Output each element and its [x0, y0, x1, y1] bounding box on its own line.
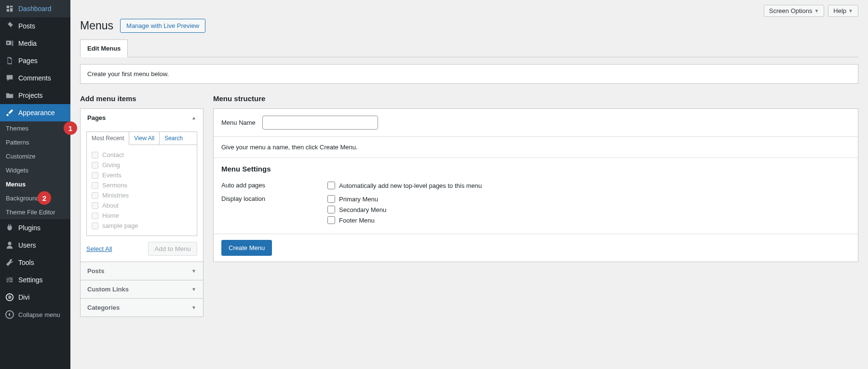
plugin-icon	[5, 223, 14, 233]
main-content: Screen Options▼ Help▼ Menus Manage with …	[70, 0, 868, 369]
checkbox[interactable]	[92, 212, 98, 219]
submenu-customize[interactable]: Customize	[0, 149, 70, 163]
subtab-view-all[interactable]: View All	[129, 132, 160, 145]
list-item[interactable]: Giving	[92, 160, 192, 170]
label: Dashboard	[18, 5, 52, 13]
label: Appearance	[18, 109, 55, 117]
checkbox[interactable]	[92, 172, 98, 179]
location-footer[interactable]: Footer Menu	[327, 216, 386, 224]
label: Pages	[18, 57, 38, 65]
submenu-widgets[interactable]: Widgets	[0, 163, 70, 177]
submenu-theme-editor[interactable]: Theme File Editor	[0, 205, 70, 219]
subtab-search[interactable]: Search	[160, 132, 197, 145]
menu-panel: Menu Name Give your menu a name, then cl…	[213, 108, 858, 262]
list-item[interactable]: sample page	[92, 221, 192, 231]
caret-down-icon: ▼	[848, 8, 853, 13]
settings-title: Menu Settings	[221, 165, 850, 173]
checkbox[interactable]	[92, 202, 98, 209]
submenu-background[interactable]: Background	[0, 191, 70, 205]
screen-options-button[interactable]: Screen Options▼	[764, 5, 825, 17]
list-item[interactable]: Home	[92, 211, 192, 221]
sidebar-item-users[interactable]: Users	[0, 237, 70, 254]
caret-down-icon: ▼	[191, 287, 196, 292]
accordion-custom-links[interactable]: Custom Links▼	[81, 280, 203, 298]
select-all-link[interactable]: Select All	[86, 245, 112, 252]
sidebar-item-projects[interactable]: Projects	[0, 87, 70, 104]
sidebar-item-dashboard[interactable]: Dashboard	[0, 0, 70, 17]
checkbox[interactable]	[92, 223, 98, 229]
checkbox[interactable]	[92, 182, 98, 189]
tab-edit-menus[interactable]: Edit Menus	[80, 40, 128, 57]
caret-down-icon: ▼	[814, 8, 819, 13]
appearance-submenu: Themes Patterns Customize Widgets Menus …	[0, 121, 70, 219]
list-item[interactable]: Contact	[92, 150, 192, 160]
media-icon	[5, 39, 14, 48]
sidebar-item-tools[interactable]: Tools	[0, 254, 70, 271]
label: Divi	[18, 293, 29, 301]
list-item[interactable]: Sermons	[92, 180, 192, 190]
subtab-recent[interactable]: Most Recent	[87, 132, 129, 145]
checkbox[interactable]	[327, 206, 335, 213]
hint-text: Give your menu a name, then click Create…	[214, 137, 858, 158]
label: Settings	[18, 276, 43, 284]
pin-icon	[5, 21, 14, 31]
collapse-icon	[5, 310, 14, 319]
sidebar-item-divi[interactable]: Divi	[0, 289, 70, 306]
caret-up-icon: ▲	[191, 115, 196, 120]
accordion-pages[interactable]: Pages▲	[81, 109, 203, 127]
structure-heading: Menu structure	[213, 94, 858, 103]
page-title: Menus	[80, 19, 113, 32]
label: Plugins	[18, 224, 41, 232]
menu-name-input[interactable]	[262, 116, 378, 130]
admin-sidebar: Dashboard Posts Media Pages Comments Pro…	[0, 0, 70, 369]
badge-menus: 2	[38, 191, 51, 205]
sidebar-item-comments[interactable]: Comments	[0, 69, 70, 87]
list-item[interactable]: Events	[92, 170, 192, 180]
checkbox[interactable]	[327, 216, 335, 224]
auto-add-option[interactable]: Automatically add new top-level pages to…	[327, 182, 482, 189]
comments-icon	[5, 73, 14, 83]
sidebar-item-appearance[interactable]: Appearance	[0, 104, 70, 121]
create-menu-button[interactable]: Create Menu	[221, 240, 272, 256]
caret-down-icon: ▼	[191, 268, 196, 274]
list-item[interactable]: About	[92, 200, 192, 211]
brush-icon	[5, 108, 14, 118]
settings-icon	[5, 275, 14, 285]
auto-add-label: Auto add pages	[221, 182, 327, 189]
label: Collapse menu	[18, 311, 60, 318]
label: Media	[18, 40, 37, 47]
checkbox[interactable]	[92, 192, 98, 199]
display-location-label: Display location	[221, 195, 327, 224]
accordion-categories[interactable]: Categories▼	[81, 299, 203, 316]
sidebar-item-media[interactable]: Media	[0, 35, 70, 52]
badge-appearance: 1	[64, 121, 77, 135]
live-preview-button[interactable]: Manage with Live Preview	[120, 19, 205, 33]
help-button[interactable]: Help▼	[828, 5, 858, 17]
checkbox[interactable]	[327, 195, 335, 203]
location-primary[interactable]: Primary Menu	[327, 195, 386, 203]
add-to-menu-button[interactable]: Add to Menu	[148, 242, 197, 256]
submenu-patterns[interactable]: Patterns	[0, 135, 70, 149]
accordion: Pages▲ Most Recent View All Search Conta…	[80, 108, 203, 317]
sidebar-item-plugins[interactable]: Plugins	[0, 219, 70, 237]
notice: Create your first menu below.	[80, 64, 858, 84]
menu-name-label: Menu Name	[221, 119, 256, 126]
checkbox[interactable]	[92, 152, 98, 158]
caret-down-icon: ▼	[191, 305, 196, 310]
label: Tools	[18, 259, 34, 266]
list-item[interactable]: Ministries	[92, 190, 192, 200]
accordion-posts[interactable]: Posts▼	[81, 262, 203, 280]
tabs: Edit Menus	[80, 40, 858, 57]
sidebar-item-pages[interactable]: Pages	[0, 52, 70, 69]
collapse-menu[interactable]: Collapse menu	[0, 306, 70, 323]
submenu-themes[interactable]: Themes	[0, 121, 70, 135]
pages-checklist: Contact Giving Events Sermons Ministries…	[86, 145, 197, 236]
location-secondary[interactable]: Secondary Menu	[327, 206, 386, 213]
label: Projects	[18, 92, 43, 99]
sidebar-item-settings[interactable]: Settings	[0, 271, 70, 289]
checkbox[interactable]	[92, 162, 98, 169]
submenu-menus[interactable]: Menus	[0, 177, 70, 191]
label: Posts	[18, 22, 35, 30]
sidebar-item-posts[interactable]: Posts	[0, 17, 70, 35]
checkbox[interactable]	[327, 182, 335, 189]
